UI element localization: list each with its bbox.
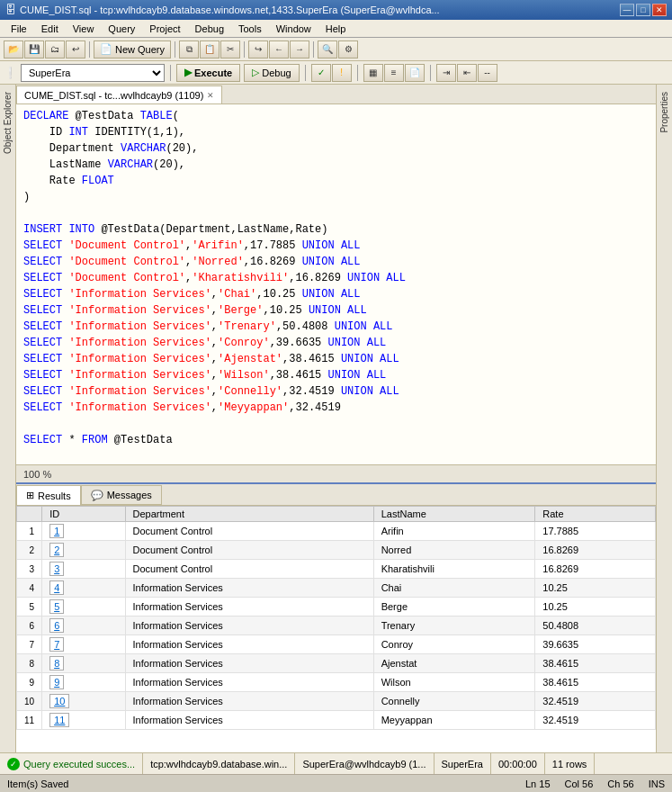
table-row[interactable]: 2 2 Document Control Norred 16.8269 <box>17 541 656 560</box>
redo-button[interactable]: ↪ <box>248 40 268 58</box>
time-text: 00:00:00 <box>498 759 537 770</box>
search-button[interactable]: 🔍 <box>318 40 337 58</box>
sql-tab[interactable]: CUME_DIST.sql - tc...wvlhdcayb9 (1109) ✕ <box>16 86 222 104</box>
content-area: CUME_DIST.sql - tc...wvlhdcayb9 (1109) ✕… <box>16 85 656 752</box>
sql-editor[interactable]: DECLARE @TestData TABLE( ID INT IDENTITY… <box>16 104 656 464</box>
name-cell: Wilson <box>373 673 535 692</box>
table-row[interactable]: 6 6 Information Services Trenary 50.4808 <box>17 616 656 635</box>
cut-button[interactable]: ✂ <box>220 40 240 58</box>
bottom-status-bar: Item(s) Saved Ln 15 Col 56 Ch 56 INS <box>0 774 672 792</box>
forward-button[interactable]: → <box>290 40 309 58</box>
id-cell[interactable]: 4 <box>42 579 125 598</box>
name-cell: Ajenstat <box>373 654 535 673</box>
items-saved-text: Item(s) Saved <box>7 778 68 789</box>
col-header-lastname[interactable]: LastName <box>373 507 535 522</box>
execute-button[interactable]: ▶ Execute <box>176 64 240 82</box>
row-num: 9 <box>17 673 42 692</box>
id-cell[interactable]: 5 <box>42 598 125 616</box>
table-row[interactable]: 5 5 Information Services Berge 10.25 <box>17 598 656 616</box>
id-cell[interactable]: 11 <box>42 711 125 730</box>
results-pane: ⊞ Results 💬 Messages ID Department Las <box>16 482 656 752</box>
id-cell[interactable]: 7 <box>42 635 125 654</box>
parse-button[interactable]: ! <box>332 64 352 82</box>
menu-edit[interactable]: Edit <box>34 22 66 36</box>
cursor-info: Ln 15 Col 56 Ch 56 INS <box>525 778 665 789</box>
sql-line: SELECT * FROM @TestData <box>23 432 649 448</box>
sql-line: SELECT 'Information Services','Connelly'… <box>23 383 649 400</box>
id-cell[interactable]: 8 <box>42 654 125 673</box>
sql-line: LastName VARCHAR(20), <box>23 157 649 173</box>
name-cell: Chai <box>373 579 535 598</box>
results-text-button[interactable]: ≡ <box>384 64 404 82</box>
dept-cell: Information Services <box>125 598 373 616</box>
results-file-button[interactable]: 📄 <box>405 64 425 82</box>
rows-text: 11 rows <box>552 759 587 770</box>
indent-button[interactable]: ⇥ <box>436 64 456 82</box>
id-cell[interactable]: 2 <box>42 541 125 560</box>
new-query-label: New Query <box>115 44 165 55</box>
save-button[interactable]: 💾 <box>24 40 44 58</box>
minimize-button[interactable]: — <box>620 4 634 16</box>
menu-help[interactable]: Help <box>318 22 354 36</box>
sql-line: SELECT 'Document Control','Arifin',17.78… <box>23 238 649 254</box>
object-explorer-label[interactable]: Object Explorer <box>1 88 14 158</box>
database-selector[interactable]: SuperEra <box>21 64 165 82</box>
col-header-rate[interactable]: Rate <box>535 507 656 522</box>
save-all-button[interactable]: 🗂 <box>45 40 65 58</box>
menu-query[interactable]: Query <box>101 22 142 36</box>
menu-file[interactable]: File <box>4 22 34 36</box>
table-row[interactable]: 8 8 Information Services Ajenstat 38.461… <box>17 654 656 673</box>
debug-button[interactable]: ▷ Debug <box>244 64 299 82</box>
menu-project[interactable]: Project <box>142 22 187 36</box>
new-query-button[interactable]: 📄 New Query <box>94 40 171 58</box>
settings-button[interactable]: ⚙ <box>338 40 358 58</box>
table-row[interactable]: 11 11 Information Services Meyyappan 32.… <box>17 711 656 730</box>
open-file-button[interactable]: 📂 <box>4 40 23 58</box>
row-num: 2 <box>17 541 42 560</box>
comment-button[interactable]: -- <box>478 64 497 82</box>
table-row[interactable]: 7 7 Information Services Conroy 39.6635 <box>17 635 656 654</box>
results-grid-icon: ⊞ <box>26 490 34 501</box>
time-section: 00:00:00 <box>491 753 545 774</box>
col-header-id[interactable]: ID <box>42 507 125 522</box>
rate-cell: 10.25 <box>535 598 656 616</box>
rate-cell: 32.4519 <box>535 711 656 730</box>
table-row[interactable]: 9 9 Information Services Wilson 38.4615 <box>17 673 656 692</box>
maximize-button[interactable]: □ <box>636 4 650 16</box>
paste-button[interactable]: 📋 <box>200 40 220 58</box>
id-cell[interactable]: 3 <box>42 560 125 579</box>
table-row[interactable]: 1 1 Document Control Arifin 17.7885 <box>17 522 656 541</box>
outdent-button[interactable]: ⇤ <box>457 64 477 82</box>
editor-status-bar: 100 % <box>16 464 656 482</box>
tab-bar: CUME_DIST.sql - tc...wvlhdcayb9 (1109) ✕ <box>16 85 656 104</box>
menu-window[interactable]: Window <box>269 22 318 36</box>
menu-view[interactable]: View <box>66 22 102 36</box>
database-section: SuperEra <box>435 753 491 774</box>
undo-button[interactable]: ↩ <box>66 40 85 58</box>
query-status-text: Query executed succes... <box>23 759 135 770</box>
copy-button[interactable]: ⧉ <box>179 40 199 58</box>
id-cell[interactable]: 10 <box>42 692 125 711</box>
close-button[interactable]: ✕ <box>652 4 667 16</box>
id-cell[interactable]: 6 <box>42 616 125 635</box>
table-row[interactable]: 3 3 Document Control Kharatishvili 16.82… <box>17 560 656 579</box>
results-tab-results[interactable]: ⊞ Results <box>16 485 81 505</box>
results-grid-button[interactable]: ▦ <box>363 64 383 82</box>
menu-debug[interactable]: Debug <box>188 22 231 36</box>
back-button[interactable]: ← <box>269 40 289 58</box>
menu-tools[interactable]: Tools <box>231 22 269 36</box>
check-button[interactable]: ✓ <box>311 64 331 82</box>
tab-close-button[interactable]: ✕ <box>207 91 214 100</box>
properties-label[interactable]: Properties <box>658 88 671 137</box>
id-cell[interactable]: 1 <box>42 522 125 541</box>
name-cell: Trenary <box>373 616 535 635</box>
col-header-dept[interactable]: Department <box>125 507 373 522</box>
table-row[interactable]: 4 4 Information Services Chai 10.25 <box>17 579 656 598</box>
sql-line <box>23 205 649 221</box>
name-cell: Arifin <box>373 522 535 541</box>
id-cell[interactable]: 9 <box>42 673 125 692</box>
rate-cell: 10.25 <box>535 579 656 598</box>
results-tab-messages[interactable]: 💬 Messages <box>81 485 162 505</box>
results-content[interactable]: ID Department LastName Rate 1 1 Document… <box>16 506 656 752</box>
table-row[interactable]: 10 10 Information Services Connelly 32.4… <box>17 692 656 711</box>
